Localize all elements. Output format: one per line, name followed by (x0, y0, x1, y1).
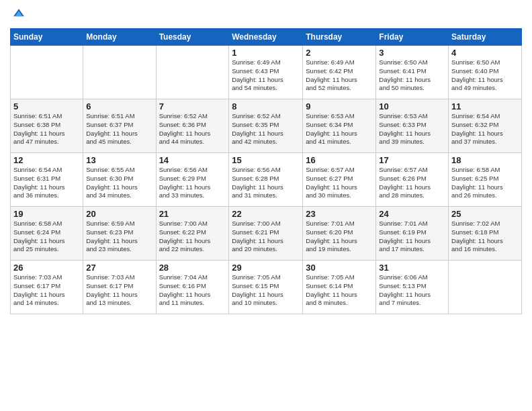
day-info: Sunrise: 6:54 AM Sunset: 6:31 PM Dayligh… (13, 166, 80, 200)
page: SundayMondayTuesdayWednesdayThursdayFrid… (0, 0, 532, 411)
day-number: 17 (379, 155, 445, 165)
day-info: Sunrise: 7:03 AM Sunset: 6:17 PM Dayligh… (13, 273, 80, 308)
day-info: Sunrise: 6:54 AM Sunset: 6:32 PM Dayligh… (451, 112, 519, 146)
day-info: Sunrise: 7:01 AM Sunset: 6:20 PM Dayligh… (306, 220, 373, 254)
day-cell-8: 8Sunrise: 6:52 AM Sunset: 6:35 PM Daylig… (229, 99, 303, 153)
day-info: Sunrise: 6:53 AM Sunset: 6:34 PM Dayligh… (306, 112, 373, 146)
day-cell-20: 20Sunrise: 6:59 AM Sunset: 6:23 PM Dayli… (83, 207, 156, 261)
weekday-header-row: SundayMondayTuesdayWednesdayThursdayFrid… (11, 29, 522, 46)
day-cell-22: 22Sunrise: 7:00 AM Sunset: 6:21 PM Dayli… (229, 207, 303, 261)
day-info: Sunrise: 6:57 AM Sunset: 6:26 PM Dayligh… (379, 166, 445, 200)
day-cell-10: 10Sunrise: 6:53 AM Sunset: 6:33 PM Dayli… (376, 99, 449, 153)
empty-cell (156, 46, 229, 99)
day-number: 20 (86, 209, 152, 219)
day-info: Sunrise: 6:49 AM Sunset: 6:43 PM Dayligh… (232, 58, 300, 93)
day-info: Sunrise: 7:04 AM Sunset: 6:16 PM Dayligh… (159, 273, 226, 308)
day-number: 15 (232, 155, 300, 165)
day-cell-12: 12Sunrise: 6:54 AM Sunset: 6:31 PM Dayli… (11, 153, 83, 207)
day-cell-2: 2Sunrise: 6:49 AM Sunset: 6:42 PM Daylig… (303, 46, 376, 99)
logo-icon (11, 7, 26, 21)
day-info: Sunrise: 7:00 AM Sunset: 6:21 PM Dayligh… (232, 220, 300, 254)
day-number: 28 (159, 263, 226, 273)
day-number: 12 (13, 155, 80, 165)
day-cell-19: 19Sunrise: 6:58 AM Sunset: 6:24 PM Dayli… (11, 207, 83, 261)
day-cell-17: 17Sunrise: 6:57 AM Sunset: 6:26 PM Dayli… (376, 153, 449, 207)
day-number: 4 (451, 48, 519, 58)
day-info: Sunrise: 6:50 AM Sunset: 6:41 PM Dayligh… (379, 58, 445, 93)
empty-cell (83, 46, 156, 99)
day-number: 8 (232, 101, 300, 111)
day-info: Sunrise: 6:52 AM Sunset: 6:35 PM Dayligh… (232, 112, 300, 146)
day-cell-14: 14Sunrise: 6:56 AM Sunset: 6:29 PM Dayli… (156, 153, 229, 207)
day-cell-30: 30Sunrise: 7:05 AM Sunset: 6:14 PM Dayli… (303, 261, 376, 314)
day-cell-5: 5Sunrise: 6:51 AM Sunset: 6:38 PM Daylig… (11, 99, 83, 153)
day-cell-18: 18Sunrise: 6:58 AM Sunset: 6:25 PM Dayli… (449, 153, 522, 207)
day-number: 11 (451, 101, 519, 111)
day-cell-6: 6Sunrise: 6:51 AM Sunset: 6:37 PM Daylig… (83, 99, 156, 153)
day-number: 31 (379, 263, 445, 273)
day-number: 22 (232, 209, 300, 219)
day-cell-25: 25Sunrise: 7:02 AM Sunset: 6:18 PM Dayli… (449, 207, 522, 261)
weekday-thursday: Thursday (303, 29, 376, 46)
day-info: Sunrise: 6:53 AM Sunset: 6:33 PM Dayligh… (379, 112, 445, 146)
day-info: Sunrise: 6:50 AM Sunset: 6:40 PM Dayligh… (451, 58, 519, 93)
week-row-5: 26Sunrise: 7:03 AM Sunset: 6:17 PM Dayli… (11, 261, 522, 314)
day-number: 14 (159, 155, 226, 165)
week-row-3: 12Sunrise: 6:54 AM Sunset: 6:31 PM Dayli… (11, 153, 522, 207)
day-info: Sunrise: 6:51 AM Sunset: 6:37 PM Dayligh… (86, 112, 152, 146)
week-row-4: 19Sunrise: 6:58 AM Sunset: 6:24 PM Dayli… (11, 207, 522, 261)
day-cell-11: 11Sunrise: 6:54 AM Sunset: 6:32 PM Dayli… (449, 99, 522, 153)
day-cell-13: 13Sunrise: 6:55 AM Sunset: 6:30 PM Dayli… (83, 153, 156, 207)
day-info: Sunrise: 6:56 AM Sunset: 6:29 PM Dayligh… (159, 166, 226, 200)
week-row-2: 5Sunrise: 6:51 AM Sunset: 6:38 PM Daylig… (11, 99, 522, 153)
day-cell-3: 3Sunrise: 6:50 AM Sunset: 6:41 PM Daylig… (376, 46, 449, 99)
day-number: 5 (13, 101, 80, 111)
day-cell-21: 21Sunrise: 7:00 AM Sunset: 6:22 PM Dayli… (156, 207, 229, 261)
week-row-1: 1Sunrise: 6:49 AM Sunset: 6:43 PM Daylig… (11, 46, 522, 99)
day-number: 1 (232, 48, 300, 58)
logo (10, 7, 28, 24)
weekday-saturday: Saturday (449, 29, 522, 46)
day-number: 2 (306, 48, 373, 58)
day-cell-4: 4Sunrise: 6:50 AM Sunset: 6:40 PM Daylig… (449, 46, 522, 99)
day-number: 30 (306, 263, 373, 273)
day-info: Sunrise: 7:01 AM Sunset: 6:19 PM Dayligh… (379, 220, 445, 254)
day-number: 29 (232, 263, 300, 273)
day-info: Sunrise: 7:00 AM Sunset: 6:22 PM Dayligh… (159, 220, 226, 254)
day-number: 6 (86, 101, 152, 111)
day-cell-31: 31Sunrise: 6:06 AM Sunset: 5:13 PM Dayli… (376, 261, 449, 314)
day-number: 16 (306, 155, 373, 165)
day-info: Sunrise: 6:52 AM Sunset: 6:36 PM Dayligh… (159, 112, 226, 146)
day-number: 25 (451, 209, 519, 219)
weekday-tuesday: Tuesday (156, 29, 229, 46)
day-number: 27 (86, 263, 152, 273)
weekday-friday: Friday (376, 29, 449, 46)
day-info: Sunrise: 6:51 AM Sunset: 6:38 PM Dayligh… (13, 112, 80, 146)
day-number: 18 (451, 155, 519, 165)
day-info: Sunrise: 7:05 AM Sunset: 6:15 PM Dayligh… (232, 273, 300, 308)
day-number: 10 (379, 101, 445, 111)
empty-cell (449, 261, 522, 314)
day-number: 19 (13, 209, 80, 219)
day-cell-1: 1Sunrise: 6:49 AM Sunset: 6:43 PM Daylig… (229, 46, 303, 99)
day-cell-9: 9Sunrise: 6:53 AM Sunset: 6:34 PM Daylig… (303, 99, 376, 153)
day-info: Sunrise: 6:49 AM Sunset: 6:42 PM Dayligh… (306, 58, 373, 93)
day-cell-29: 29Sunrise: 7:05 AM Sunset: 6:15 PM Dayli… (229, 261, 303, 314)
day-info: Sunrise: 6:59 AM Sunset: 6:23 PM Dayligh… (86, 220, 152, 254)
header (10, 7, 522, 24)
day-cell-28: 28Sunrise: 7:04 AM Sunset: 6:16 PM Dayli… (156, 261, 229, 314)
weekday-monday: Monday (83, 29, 156, 46)
day-info: Sunrise: 7:03 AM Sunset: 6:17 PM Dayligh… (86, 273, 152, 308)
day-cell-16: 16Sunrise: 6:57 AM Sunset: 6:27 PM Dayli… (303, 153, 376, 207)
day-number: 7 (159, 101, 226, 111)
day-cell-27: 27Sunrise: 7:03 AM Sunset: 6:17 PM Dayli… (83, 261, 156, 314)
day-number: 23 (306, 209, 373, 219)
day-cell-23: 23Sunrise: 7:01 AM Sunset: 6:20 PM Dayli… (303, 207, 376, 261)
day-info: Sunrise: 6:57 AM Sunset: 6:27 PM Dayligh… (306, 166, 373, 200)
day-info: Sunrise: 7:02 AM Sunset: 6:18 PM Dayligh… (451, 220, 519, 254)
weekday-wednesday: Wednesday (229, 29, 303, 46)
empty-cell (11, 46, 83, 99)
day-info: Sunrise: 6:55 AM Sunset: 6:30 PM Dayligh… (86, 166, 152, 200)
day-info: Sunrise: 6:06 AM Sunset: 5:13 PM Dayligh… (379, 273, 445, 308)
day-number: 26 (13, 263, 80, 273)
